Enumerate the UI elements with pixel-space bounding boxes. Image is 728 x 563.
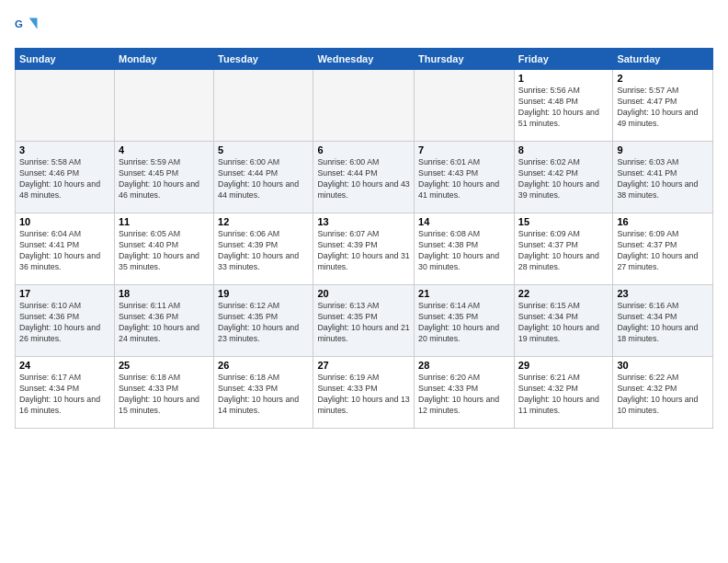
calendar-row-3: 10Sunrise: 6:04 AMSunset: 4:41 PMDayligh… bbox=[16, 213, 713, 285]
calendar-row-1: 1Sunrise: 5:56 AMSunset: 4:48 PMDaylight… bbox=[16, 70, 713, 142]
day-number: 23 bbox=[617, 288, 709, 299]
day-info: Sunrise: 6:17 AMSunset: 4:34 PMDaylight:… bbox=[19, 373, 110, 417]
calendar-cell: 3Sunrise: 5:58 AMSunset: 4:46 PMDaylight… bbox=[16, 142, 115, 213]
day-number: 2 bbox=[617, 73, 709, 84]
day-info: Sunrise: 6:12 AMSunset: 4:35 PMDaylight:… bbox=[218, 301, 309, 345]
svg-text:G: G bbox=[15, 18, 23, 29]
day-info: Sunrise: 6:22 AMSunset: 4:32 PMDaylight:… bbox=[617, 373, 709, 417]
day-number: 4 bbox=[119, 144, 210, 155]
calendar-cell: 22Sunrise: 6:15 AMSunset: 4:34 PMDayligh… bbox=[514, 285, 613, 357]
day-info: Sunrise: 6:20 AMSunset: 4:33 PMDaylight:… bbox=[418, 373, 510, 417]
calendar-cell: 29Sunrise: 6:21 AMSunset: 4:32 PMDayligh… bbox=[514, 357, 613, 429]
calendar-cell: 30Sunrise: 6:22 AMSunset: 4:32 PMDayligh… bbox=[613, 357, 713, 429]
calendar-cell: 17Sunrise: 6:10 AMSunset: 4:36 PMDayligh… bbox=[16, 285, 115, 357]
day-number: 19 bbox=[218, 288, 309, 299]
day-number: 7 bbox=[418, 144, 510, 155]
day-info: Sunrise: 6:16 AMSunset: 4:34 PMDaylight:… bbox=[617, 301, 709, 345]
calendar-row-4: 17Sunrise: 6:10 AMSunset: 4:36 PMDayligh… bbox=[16, 285, 713, 357]
calendar-cell: 18Sunrise: 6:11 AMSunset: 4:36 PMDayligh… bbox=[114, 285, 213, 357]
calendar-cell bbox=[16, 70, 115, 142]
calendar-table: SundayMondayTuesdayWednesdayThursdayFrid… bbox=[15, 48, 713, 429]
day-number: 12 bbox=[218, 216, 309, 227]
day-number: 18 bbox=[119, 288, 210, 299]
calendar-cell bbox=[214, 70, 313, 142]
calendar-cell: 14Sunrise: 6:08 AMSunset: 4:38 PMDayligh… bbox=[415, 213, 515, 285]
weekday-header-tuesday: Tuesday bbox=[214, 49, 313, 70]
day-info: Sunrise: 6:02 AMSunset: 4:42 PMDaylight:… bbox=[518, 157, 609, 201]
day-info: Sunrise: 5:59 AMSunset: 4:45 PMDaylight:… bbox=[119, 157, 210, 201]
calendar-cell: 20Sunrise: 6:13 AMSunset: 4:35 PMDayligh… bbox=[313, 285, 415, 357]
calendar-cell: 10Sunrise: 6:04 AMSunset: 4:41 PMDayligh… bbox=[16, 213, 115, 285]
day-info: Sunrise: 6:18 AMSunset: 4:33 PMDaylight:… bbox=[119, 373, 210, 417]
day-info: Sunrise: 6:10 AMSunset: 4:36 PMDaylight:… bbox=[19, 301, 110, 345]
day-number: 27 bbox=[317, 360, 410, 371]
day-number: 25 bbox=[119, 360, 210, 371]
logo-icon: G bbox=[15, 15, 40, 40]
day-number: 9 bbox=[617, 144, 709, 155]
day-info: Sunrise: 6:13 AMSunset: 4:35 PMDaylight:… bbox=[317, 301, 410, 345]
logo: G bbox=[15, 15, 42, 40]
calendar-cell: 28Sunrise: 6:20 AMSunset: 4:33 PMDayligh… bbox=[415, 357, 515, 429]
day-info: Sunrise: 6:11 AMSunset: 4:36 PMDaylight:… bbox=[119, 301, 210, 345]
day-info: Sunrise: 6:05 AMSunset: 4:40 PMDaylight:… bbox=[119, 229, 210, 273]
calendar-cell: 6Sunrise: 6:00 AMSunset: 4:44 PMDaylight… bbox=[313, 142, 415, 213]
calendar-row-2: 3Sunrise: 5:58 AMSunset: 4:46 PMDaylight… bbox=[16, 142, 713, 213]
weekday-header-sunday: Sunday bbox=[16, 49, 115, 70]
calendar-cell: 4Sunrise: 5:59 AMSunset: 4:45 PMDaylight… bbox=[114, 142, 213, 213]
day-info: Sunrise: 6:04 AMSunset: 4:41 PMDaylight:… bbox=[19, 229, 110, 273]
day-number: 17 bbox=[19, 288, 110, 299]
calendar-cell: 15Sunrise: 6:09 AMSunset: 4:37 PMDayligh… bbox=[514, 213, 613, 285]
calendar-cell: 8Sunrise: 6:02 AMSunset: 4:42 PMDaylight… bbox=[514, 142, 613, 213]
day-number: 16 bbox=[617, 216, 709, 227]
day-info: Sunrise: 6:09 AMSunset: 4:37 PMDaylight:… bbox=[617, 229, 709, 273]
calendar-cell: 26Sunrise: 6:18 AMSunset: 4:33 PMDayligh… bbox=[214, 357, 313, 429]
day-number: 28 bbox=[418, 360, 510, 371]
day-number: 30 bbox=[617, 360, 709, 371]
day-info: Sunrise: 6:14 AMSunset: 4:35 PMDaylight:… bbox=[418, 301, 510, 345]
calendar-cell: 19Sunrise: 6:12 AMSunset: 4:35 PMDayligh… bbox=[214, 285, 313, 357]
day-info: Sunrise: 6:00 AMSunset: 4:44 PMDaylight:… bbox=[317, 157, 410, 201]
day-number: 11 bbox=[119, 216, 210, 227]
day-number: 14 bbox=[418, 216, 510, 227]
calendar-cell bbox=[114, 70, 213, 142]
day-info: Sunrise: 6:08 AMSunset: 4:38 PMDaylight:… bbox=[418, 229, 510, 273]
day-number: 21 bbox=[418, 288, 510, 299]
day-number: 8 bbox=[518, 144, 609, 155]
calendar-cell: 12Sunrise: 6:06 AMSunset: 4:39 PMDayligh… bbox=[214, 213, 313, 285]
weekday-header-saturday: Saturday bbox=[613, 49, 713, 70]
day-number: 26 bbox=[218, 360, 309, 371]
calendar-cell: 23Sunrise: 6:16 AMSunset: 4:34 PMDayligh… bbox=[613, 285, 713, 357]
calendar-row-5: 24Sunrise: 6:17 AMSunset: 4:34 PMDayligh… bbox=[16, 357, 713, 429]
day-number: 29 bbox=[518, 360, 609, 371]
calendar-cell: 11Sunrise: 6:05 AMSunset: 4:40 PMDayligh… bbox=[114, 213, 213, 285]
day-number: 15 bbox=[518, 216, 609, 227]
day-info: Sunrise: 5:57 AMSunset: 4:47 PMDaylight:… bbox=[617, 86, 709, 130]
page-header: G bbox=[15, 15, 713, 40]
day-info: Sunrise: 6:07 AMSunset: 4:39 PMDaylight:… bbox=[317, 229, 410, 273]
calendar-cell: 5Sunrise: 6:00 AMSunset: 4:44 PMDaylight… bbox=[214, 142, 313, 213]
day-info: Sunrise: 6:19 AMSunset: 4:33 PMDaylight:… bbox=[317, 373, 410, 417]
day-number: 10 bbox=[19, 216, 110, 227]
day-number: 13 bbox=[317, 216, 410, 227]
svg-marker-1 bbox=[29, 18, 38, 29]
day-info: Sunrise: 6:00 AMSunset: 4:44 PMDaylight:… bbox=[218, 157, 309, 201]
day-number: 5 bbox=[218, 144, 309, 155]
calendar-cell: 24Sunrise: 6:17 AMSunset: 4:34 PMDayligh… bbox=[16, 357, 115, 429]
calendar-cell: 7Sunrise: 6:01 AMSunset: 4:43 PMDaylight… bbox=[415, 142, 515, 213]
day-number: 22 bbox=[518, 288, 609, 299]
calendar-cell: 9Sunrise: 6:03 AMSunset: 4:41 PMDaylight… bbox=[613, 142, 713, 213]
weekday-header-thursday: Thursday bbox=[415, 49, 515, 70]
calendar-cell bbox=[313, 70, 415, 142]
calendar-cell: 2Sunrise: 5:57 AMSunset: 4:47 PMDaylight… bbox=[613, 70, 713, 142]
day-info: Sunrise: 6:06 AMSunset: 4:39 PMDaylight:… bbox=[218, 229, 309, 273]
calendar-cell bbox=[415, 70, 515, 142]
weekday-header-wednesday: Wednesday bbox=[313, 49, 415, 70]
day-number: 24 bbox=[19, 360, 110, 371]
day-info: Sunrise: 6:18 AMSunset: 4:33 PMDaylight:… bbox=[218, 373, 309, 417]
calendar-cell: 21Sunrise: 6:14 AMSunset: 4:35 PMDayligh… bbox=[415, 285, 515, 357]
day-info: Sunrise: 5:56 AMSunset: 4:48 PMDaylight:… bbox=[518, 86, 609, 130]
day-number: 6 bbox=[317, 144, 410, 155]
day-number: 3 bbox=[19, 144, 110, 155]
day-info: Sunrise: 6:09 AMSunset: 4:37 PMDaylight:… bbox=[518, 229, 609, 273]
day-info: Sunrise: 6:21 AMSunset: 4:32 PMDaylight:… bbox=[518, 373, 609, 417]
